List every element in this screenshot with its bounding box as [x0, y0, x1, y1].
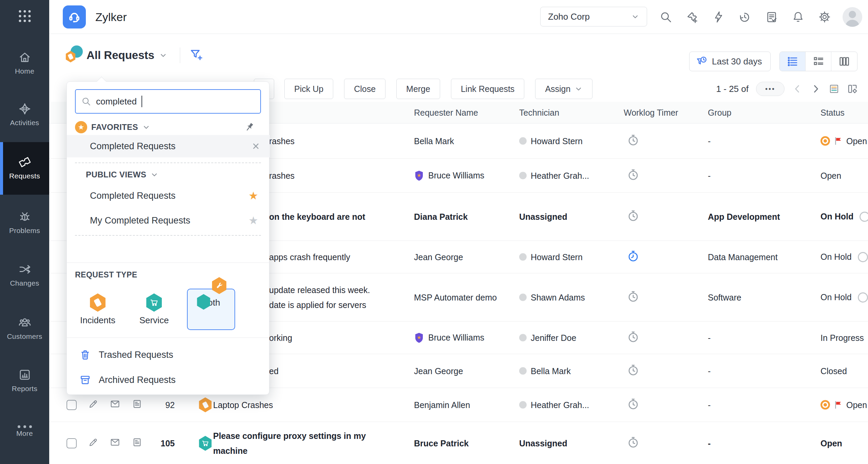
- col-worklog-timer[interactable]: Worklog Timer: [624, 108, 678, 117]
- shuffle-icon: [18, 262, 32, 276]
- col-requester[interactable]: Requester Name: [414, 108, 478, 117]
- row-checkbox[interactable]: [67, 400, 77, 410]
- summary-view-icon[interactable]: [829, 83, 839, 94]
- favorites-section-header[interactable]: ★ FAVORITES: [75, 120, 261, 135]
- view-header: All Requests Last 30 days: [49, 34, 868, 76]
- chevron-down-icon: [142, 123, 150, 131]
- requester-name: MSP Automater demo: [414, 292, 497, 302]
- requester-name: Diana Patrick: [414, 212, 468, 221]
- add-request-icon[interactable]: [686, 11, 699, 23]
- history-icon[interactable]: [738, 11, 751, 23]
- sidebar-item-label: Requests: [0, 172, 49, 180]
- request-subject[interactable]: orking: [269, 333, 292, 343]
- request-type-incidents[interactable]: Incidents: [74, 289, 122, 330]
- close-button[interactable]: Close: [344, 79, 385, 99]
- public-views-section-header[interactable]: PUBLIC VIEWS: [75, 167, 261, 182]
- next-page-icon[interactable]: [810, 83, 821, 94]
- edit-icon[interactable]: [88, 437, 99, 448]
- apps-grid-icon[interactable]: [19, 10, 31, 22]
- request-subject[interactable]: rashes: [269, 136, 295, 146]
- worklog-timer-icon[interactable]: [627, 290, 639, 303]
- worklog-timer-active-icon[interactable]: [627, 250, 639, 262]
- notifications-icon[interactable]: [792, 11, 805, 23]
- request-subject[interactable]: on the keyboard are not: [269, 212, 365, 221]
- sidebar-item-reports[interactable]: Reports: [0, 365, 49, 399]
- archived-requests-link[interactable]: Archived Requests: [67, 371, 270, 389]
- star-outline-icon[interactable]: ★: [248, 215, 258, 226]
- worklog-timer-icon[interactable]: [627, 364, 639, 376]
- request-subject[interactable]: Please configure proxy settings in my ma…: [213, 428, 366, 458]
- sidebar-item-activities[interactable]: Activities: [0, 99, 49, 133]
- sidebar-item-more[interactable]: More: [0, 420, 49, 454]
- search-icon: [81, 96, 91, 107]
- sidebar-item-customers[interactable]: Customers: [0, 313, 49, 347]
- notes-icon[interactable]: [132, 399, 143, 409]
- row-checkbox[interactable]: [67, 438, 77, 448]
- link-requests-button[interactable]: Link Requests: [451, 79, 524, 99]
- sidebar-item-changes[interactable]: Changes: [0, 259, 49, 293]
- worklog-timer-icon[interactable]: [627, 169, 639, 181]
- detail-view-button[interactable]: [806, 52, 831, 71]
- column-view-button[interactable]: [831, 52, 857, 71]
- worklog-timer-icon[interactable]: [627, 398, 639, 410]
- trashed-requests-link[interactable]: Trashed Requests: [67, 346, 270, 364]
- approvals-icon[interactable]: [765, 11, 778, 23]
- date-filter-button[interactable]: Last 30 days: [689, 52, 771, 71]
- view-selector-dropdown: completed ★ FAVORITES Completed Requests…: [67, 81, 269, 395]
- mail-icon[interactable]: [110, 437, 120, 448]
- col-group[interactable]: Group: [708, 108, 731, 117]
- column-settings-icon[interactable]: [847, 83, 858, 94]
- prev-page-icon[interactable]: [792, 83, 803, 94]
- sidebar-item-home[interactable]: Home: [0, 47, 49, 81]
- sidebar-item-requests[interactable]: Requests: [0, 142, 49, 195]
- view-option-completed-requests[interactable]: Completed Requests ★: [67, 187, 270, 205]
- view-search-input[interactable]: completed: [75, 89, 261, 114]
- divider: [75, 235, 261, 236]
- col-status[interactable]: Status: [820, 108, 845, 117]
- app-logo[interactable]: [63, 5, 86, 28]
- request-type-both[interactable]: Both: [187, 289, 235, 330]
- divider: [67, 263, 269, 263]
- request-subject[interactable]: rashes: [269, 171, 295, 180]
- pin-icon[interactable]: [243, 121, 256, 133]
- settings-icon[interactable]: [818, 11, 831, 23]
- quick-actions-icon[interactable]: [712, 11, 725, 23]
- table-row[interactable]: 105 Please configure proxy settings in m…: [49, 422, 868, 464]
- merge-button[interactable]: Merge: [396, 79, 440, 99]
- view-title[interactable]: All Requests: [87, 49, 167, 62]
- pickup-button[interactable]: Pick Up: [284, 79, 333, 99]
- requester-name: Bruce Patrick: [414, 439, 469, 448]
- worklog-timer-icon[interactable]: [627, 436, 639, 448]
- remove-favorite-icon[interactable]: [251, 142, 260, 151]
- pagination-more-button[interactable]: •••: [756, 82, 785, 96]
- mail-icon[interactable]: [110, 399, 120, 409]
- worklog-timer-icon[interactable]: [627, 331, 639, 343]
- col-technician[interactable]: Technician: [519, 108, 559, 117]
- chevron-down-icon: [150, 171, 158, 179]
- divider: [180, 47, 180, 63]
- assign-button[interactable]: Assign: [535, 79, 592, 99]
- request-subject[interactable]: ed: [269, 366, 279, 376]
- view-option-my-completed-requests[interactable]: My Completed Requests ★: [67, 212, 270, 229]
- user-avatar[interactable]: [843, 7, 862, 27]
- request-subject[interactable]: Laptop Crashes: [213, 400, 273, 410]
- all-requests-icon: [65, 45, 83, 63]
- org-selector[interactable]: Zoho Corp: [540, 7, 647, 26]
- requester-name: Jean George: [414, 252, 463, 262]
- worklog-timer-icon[interactable]: [627, 210, 639, 222]
- technician-avatar: [519, 253, 527, 261]
- status-text: Open: [820, 439, 842, 448]
- favorite-view-item[interactable]: Completed Requests: [67, 135, 270, 157]
- notes-icon[interactable]: [132, 437, 143, 448]
- request-subject[interactable]: update released this week. date is appli…: [269, 283, 370, 312]
- sidebar-item-label: Activities: [0, 119, 49, 127]
- add-filter-icon[interactable]: [189, 47, 203, 62]
- search-icon[interactable]: [659, 11, 672, 23]
- edit-icon[interactable]: [88, 399, 99, 409]
- star-filled-icon[interactable]: ★: [248, 190, 258, 201]
- list-view-button[interactable]: [780, 52, 806, 71]
- worklog-timer-icon[interactable]: [627, 134, 639, 146]
- sidebar-item-problems[interactable]: Problems: [0, 207, 49, 241]
- request-type-service[interactable]: Service: [130, 289, 178, 330]
- request-subject[interactable]: apps crash frequently: [269, 252, 350, 262]
